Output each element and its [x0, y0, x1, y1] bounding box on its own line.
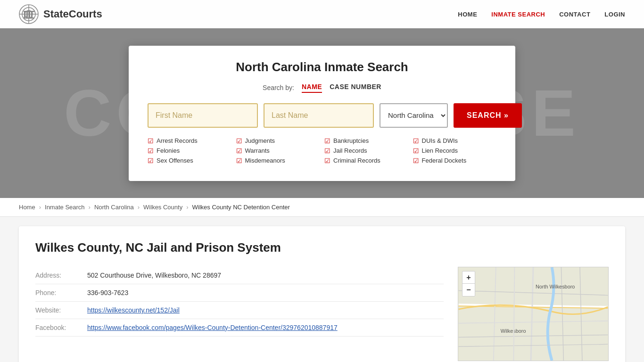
breadcrumb-separator: › [186, 204, 188, 211]
check-item: ☑Felonies [148, 147, 231, 155]
nav-inmate-search[interactable]: INMATE SEARCH [491, 11, 545, 18]
phone-value: 336-903-7623 [87, 289, 128, 296]
check-label: Judgments [245, 137, 275, 144]
logo-link[interactable]: StateCourts [19, 4, 102, 24]
breadcrumb-link[interactable]: Wilkes County [143, 204, 182, 211]
checkmarks-grid: ☑Arrest Records☑Judgments☑Bankruptcies☑D… [148, 137, 496, 165]
check-item: ☑Arrest Records [148, 137, 231, 145]
checkmark-icon: ☑ [236, 137, 242, 145]
phone-label: Phone: [35, 289, 78, 296]
svg-rect-7 [29, 12, 30, 17]
map-container[interactable]: + − [458, 267, 609, 361]
hero-section: COURTHOUSE North Carolina Inmate Search … [0, 28, 644, 198]
search-card-title: North Carolina Inmate Search [148, 60, 496, 74]
address-label: Address: [35, 272, 78, 279]
tab-case-number[interactable]: CASE NUMBER [330, 83, 381, 93]
check-item: ☑DUIs & DWIs [413, 137, 497, 145]
website-link[interactable]: https://wilkescounty.net/152/Jail [87, 306, 180, 314]
facebook-label: Facebook: [35, 324, 78, 331]
logo-text: StateCourts [43, 8, 102, 20]
check-item: ☑Lien Records [413, 147, 497, 155]
info-side: Address: 502 Courthouse Drive, Wilkesbor… [35, 267, 444, 361]
checkmark-icon: ☑ [236, 157, 242, 165]
breadcrumb: Home›Inmate Search›North Carolina›Wilkes… [0, 198, 644, 217]
map-svg: North Wilkesboro Wilkesboro [458, 267, 608, 361]
breadcrumb-link[interactable]: North Carolina [94, 204, 134, 211]
check-label: Felonies [157, 147, 180, 154]
state-select[interactable]: North Carolina [380, 103, 448, 128]
main-nav: HOME INMATE SEARCH CONTACT LOGIN [458, 11, 625, 18]
svg-rect-5 [24, 12, 25, 17]
search-by-row: Search by: NAME CASE NUMBER [148, 83, 496, 93]
nav-contact[interactable]: CONTACT [559, 11, 590, 18]
tab-name[interactable]: NAME [302, 83, 322, 93]
check-label: Federal Dockets [422, 157, 467, 164]
website-row: Website: https://wilkescounty.net/152/Ja… [35, 302, 444, 319]
check-label: Warrants [245, 147, 270, 154]
check-item: ☑Warrants [236, 147, 320, 155]
checkmark-icon: ☑ [413, 137, 419, 145]
website-label: Website: [35, 306, 78, 314]
checkmark-icon: ☑ [324, 137, 330, 145]
map-zoom-out[interactable]: − [462, 284, 475, 296]
map-zoom-in[interactable]: + [462, 272, 475, 284]
checkmark-icon: ☑ [413, 147, 419, 155]
svg-rect-10 [24, 17, 34, 19]
svg-text:Wilkesboro: Wilkesboro [501, 328, 526, 334]
first-name-input[interactable] [148, 103, 258, 128]
nav-login[interactable]: LOGIN [604, 11, 625, 18]
address-row: Address: 502 Courthouse Drive, Wilkesbor… [35, 267, 444, 284]
nav-home[interactable]: HOME [458, 11, 477, 18]
search-card: North Carolina Inmate Search Search by: … [129, 46, 515, 181]
check-label: Sex Offenses [157, 157, 193, 164]
checkmark-icon: ☑ [236, 147, 242, 155]
check-item: ☑Criminal Records [324, 157, 408, 165]
address-value: 502 Courthouse Drive, Wilkesboro, NC 286… [87, 272, 221, 279]
facebook-row: Facebook: https://www.facebook.com/pages… [35, 319, 444, 337]
svg-rect-6 [26, 12, 28, 17]
svg-rect-8 [31, 12, 33, 17]
checkmark-icon: ☑ [148, 137, 154, 145]
phone-row: Phone: 336-903-7623 [35, 284, 444, 302]
breadcrumb-separator: › [138, 204, 140, 211]
breadcrumb-link[interactable]: Home [19, 204, 35, 211]
last-name-input[interactable] [264, 103, 374, 128]
check-label: Lien Records [422, 147, 458, 154]
checkmark-icon: ☑ [324, 157, 330, 165]
facebook-link[interactable]: https://www.facebook.com/pages/Wilkes-Co… [87, 324, 338, 331]
checkmark-icon: ☑ [148, 147, 154, 155]
check-label: Arrest Records [157, 137, 198, 144]
map-side: + − [458, 267, 609, 361]
main-content: Wilkes County, NC Jail and Prison System… [0, 217, 644, 362]
site-header: StateCourts HOME INMATE SEARCH CONTACT L… [0, 0, 644, 28]
check-item: ☑Bankruptcies [324, 137, 408, 145]
search-by-label: Search by: [263, 84, 294, 91]
breadcrumb-separator: › [89, 204, 91, 211]
check-label: Misdemeanors [245, 157, 285, 164]
breadcrumb-separator: › [39, 204, 41, 211]
breadcrumb-link[interactable]: Inmate Search [45, 204, 85, 211]
check-item: ☑Judgments [236, 137, 320, 145]
checkmark-icon: ☑ [148, 157, 154, 165]
checkmark-icon: ☑ [324, 147, 330, 155]
check-item: ☑Federal Dockets [413, 157, 497, 165]
check-item: ☑Misdemeanors [236, 157, 320, 165]
content-layout: Address: 502 Courthouse Drive, Wilkesbor… [35, 267, 609, 361]
check-item: ☑Sex Offenses [148, 157, 231, 165]
checkmark-icon: ☑ [413, 157, 419, 165]
content-card: Wilkes County, NC Jail and Prison System… [19, 226, 625, 362]
check-label: Criminal Records [333, 157, 380, 164]
search-button[interactable]: SEARCH » [454, 103, 522, 128]
facility-title: Wilkes County, NC Jail and Prison System [35, 240, 609, 255]
svg-rect-9 [24, 11, 34, 12]
check-item: ☑Jail Records [324, 147, 408, 155]
breadcrumb-current: Wilkes County NC Detention Center [192, 204, 290, 211]
logo-icon [19, 4, 39, 24]
search-inputs-row: North Carolina SEARCH » [148, 103, 496, 128]
check-label: Jail Records [333, 147, 367, 154]
map-controls: + − [462, 271, 475, 296]
check-label: DUIs & DWIs [422, 137, 458, 144]
check-label: Bankruptcies [333, 137, 369, 144]
svg-text:North Wilkesboro: North Wilkesboro [536, 284, 575, 289]
